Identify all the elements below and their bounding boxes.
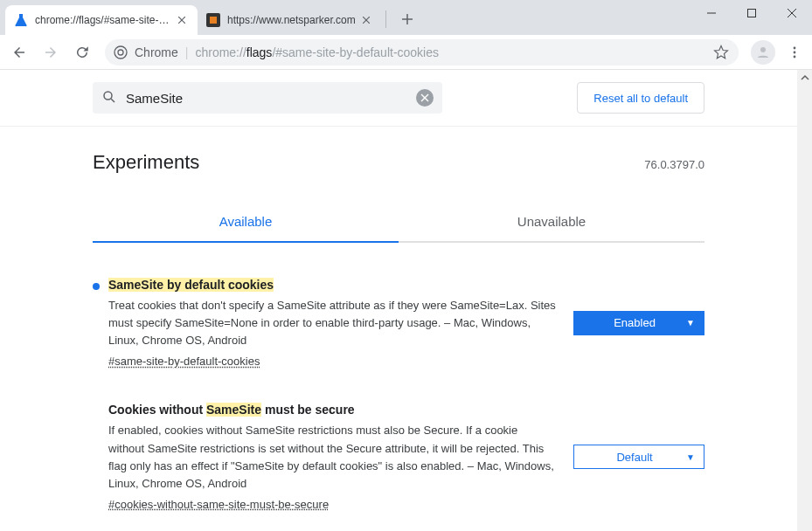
window-close-button[interactable] (772, 0, 812, 26)
reset-all-button[interactable]: Reset all to default (577, 82, 704, 114)
kebab-menu-icon[interactable] (782, 40, 807, 65)
tab-available[interactable]: Available (93, 202, 399, 243)
search-value: SameSite (126, 91, 416, 106)
toolbar: Chrome | chrome://flags/#same-site-by-de… (0, 35, 812, 70)
svg-point-13 (118, 50, 123, 55)
flag-item: Cookies without SameSite must be secure … (93, 403, 704, 511)
tab-title: chrome://flags/#same-site-by-de (35, 14, 171, 26)
omnibox-separator: | (185, 45, 189, 59)
svg-line-19 (111, 99, 115, 102)
back-button[interactable] (5, 38, 33, 66)
omnibox-url: chrome://flags/#same-site-by-default-coo… (195, 45, 439, 59)
omnibox[interactable]: Chrome | chrome://flags/#same-site-by-de… (105, 39, 739, 66)
chevron-down-icon: ▼ (686, 452, 695, 462)
flags-header-bar: SameSite Reset all to default (0, 70, 797, 127)
vertical-scrollbar[interactable] (797, 70, 812, 531)
clear-search-button[interactable] (416, 89, 434, 107)
tab-unavailable[interactable]: Unavailable (399, 202, 704, 243)
flag-title: Cookies without SameSite must be secure (108, 403, 556, 417)
chrome-icon (114, 45, 128, 59)
svg-point-15 (794, 46, 796, 49)
flag-state-select[interactable]: Default ▼ (573, 445, 704, 469)
svg-point-12 (115, 46, 127, 59)
reload-button[interactable] (68, 38, 96, 66)
svg-rect-1 (748, 10, 756, 17)
tab-title: https://www.netsparker.com (227, 14, 356, 26)
flag-title: SameSite by default cookies (108, 278, 556, 292)
window-minimize-button[interactable] (691, 0, 732, 26)
svg-point-17 (794, 55, 796, 58)
omnibox-source-label: Chrome (135, 45, 178, 59)
profile-avatar[interactable] (751, 40, 775, 65)
search-icon (101, 89, 117, 107)
tab-close-button[interactable] (359, 13, 373, 27)
svg-point-16 (794, 51, 796, 53)
flag-item: SameSite by default cookies Treat cookie… (93, 278, 704, 368)
experiments-heading: Experiments (93, 151, 199, 174)
window-maximize-button[interactable] (732, 0, 772, 26)
tab-separator (385, 10, 386, 28)
browser-tab[interactable]: https://www.netsparker.com (198, 5, 382, 35)
svg-point-18 (104, 92, 112, 100)
flask-icon (14, 13, 28, 27)
browser-tab-active[interactable]: chrome://flags/#same-site-by-de (5, 5, 198, 35)
flags-search-input[interactable]: SameSite (93, 82, 442, 114)
new-tab-button[interactable] (395, 7, 420, 31)
flag-description: Treat cookies that don't specify a SameS… (108, 297, 556, 349)
flag-description: If enabled, cookies without SameSite res… (108, 422, 556, 493)
tab-strip: chrome://flags/#same-site-by-de https://… (0, 0, 812, 35)
forward-button[interactable] (37, 38, 65, 66)
modified-dot-icon (93, 283, 100, 290)
flag-anchor-link[interactable]: #same-site-by-default-cookies (108, 355, 260, 368)
site-favicon (206, 13, 220, 27)
bookmark-star-icon[interactable] (712, 44, 730, 61)
scrollbar-up-arrow-icon[interactable] (797, 70, 812, 85)
svg-point-14 (760, 47, 766, 52)
svg-rect-7 (210, 17, 217, 24)
flag-state-select[interactable]: Enabled ▼ (573, 311, 704, 335)
chrome-version: 76.0.3797.0 (644, 158, 704, 171)
tab-close-button[interactable] (175, 13, 189, 27)
flag-anchor-link[interactable]: #cookies-without-same-site-must-be-secur… (108, 498, 329, 511)
chevron-down-icon: ▼ (686, 318, 695, 328)
